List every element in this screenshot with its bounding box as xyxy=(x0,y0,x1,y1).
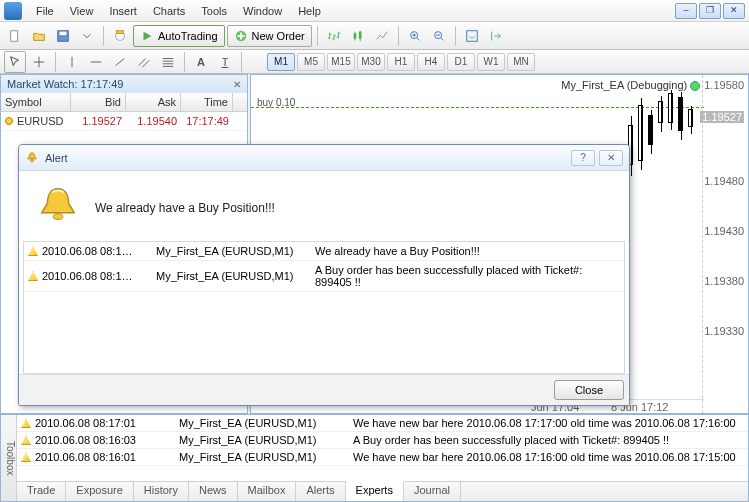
warning-icon xyxy=(21,418,31,428)
menu-view[interactable]: View xyxy=(62,2,102,20)
save-icon xyxy=(56,29,70,43)
autoscroll-button[interactable] xyxy=(461,25,483,47)
dialog-close-button[interactable]: ✕ xyxy=(599,150,623,166)
window-close-button[interactable]: ✕ xyxy=(723,3,745,19)
autotrading-button[interactable]: AutoTrading xyxy=(133,25,225,47)
crosshair-button[interactable] xyxy=(28,51,50,73)
fibo-icon xyxy=(161,55,175,69)
zoom-in-button[interactable] xyxy=(404,25,426,47)
menu-charts[interactable]: Charts xyxy=(145,2,193,20)
market-watch-close-button[interactable]: ✕ xyxy=(233,79,241,90)
main-toolbar: AutoTrading New Order xyxy=(0,22,749,50)
alert-log-list: 2010.06.08 08:1…My_First_EA (EURUSD,M1)W… xyxy=(23,241,625,374)
profile-button[interactable] xyxy=(109,25,131,47)
timeframe-m5[interactable]: M5 xyxy=(297,53,325,71)
toolbox-tab-mailbox[interactable]: Mailbox xyxy=(238,482,297,501)
profile-icon xyxy=(113,29,127,43)
timeframe-m15[interactable]: M15 xyxy=(327,53,355,71)
warning-icon xyxy=(21,435,31,445)
svg-rect-2 xyxy=(60,31,67,35)
toolbox-tab-news[interactable]: News xyxy=(189,482,238,501)
alert-message: We already have a Buy Position!!! xyxy=(95,201,275,215)
vline-button[interactable] xyxy=(61,51,83,73)
timeframe-d1[interactable]: D1 xyxy=(447,53,475,71)
fibo-button[interactable] xyxy=(157,51,179,73)
text-label-icon: T xyxy=(222,56,229,68)
new-file-button[interactable] xyxy=(4,25,26,47)
zoom-in-icon xyxy=(408,29,422,43)
line-icon xyxy=(375,29,389,43)
crosshair-icon xyxy=(32,55,46,69)
svg-rect-0 xyxy=(11,30,18,41)
symbol-icon xyxy=(5,117,13,125)
chart-toolbar: A T M1M5M15M30H1H4D1W1MN xyxy=(0,50,749,74)
market-watch-row[interactable]: EURUSD1.195271.1954017:17:49 xyxy=(1,112,247,131)
toolbox-row[interactable]: 2010.06.08 08:16:03My_First_EA (EURUSD,M… xyxy=(17,432,748,449)
channel-icon xyxy=(137,55,151,69)
toolbox-tabs: TradeExposureHistoryNewsMailboxAlertsExp… xyxy=(17,481,748,501)
warning-icon xyxy=(28,271,38,281)
text-button[interactable]: A xyxy=(190,51,212,73)
file-icon xyxy=(8,29,22,43)
new-order-button[interactable]: New Order xyxy=(227,25,312,47)
shift-end-button[interactable] xyxy=(485,25,507,47)
plus-icon xyxy=(234,29,248,43)
play-icon xyxy=(140,29,154,43)
menu-tools[interactable]: Tools xyxy=(193,2,235,20)
menu-window[interactable]: Window xyxy=(235,2,290,20)
svg-rect-11 xyxy=(466,30,477,41)
dialog-help-button[interactable]: ? xyxy=(571,150,595,166)
timeframe-h1[interactable]: H1 xyxy=(387,53,415,71)
cursor-button[interactable] xyxy=(4,51,26,73)
chart-line-button[interactable] xyxy=(371,25,393,47)
chevron-down-icon xyxy=(80,29,94,43)
alert-title: Alert xyxy=(45,152,68,164)
timeframe-m1[interactable]: M1 xyxy=(267,53,295,71)
zoom-out-button[interactable] xyxy=(428,25,450,47)
timeframe-h4[interactable]: H4 xyxy=(417,53,445,71)
channel-button[interactable] xyxy=(133,51,155,73)
dropdown-button[interactable] xyxy=(76,25,98,47)
trendline-button[interactable] xyxy=(109,51,131,73)
toolbox-row[interactable]: 2010.06.08 08:17:01My_First_EA (EURUSD,M… xyxy=(17,415,748,432)
toolbox-tab-experts[interactable]: Experts xyxy=(346,481,404,501)
menu-insert[interactable]: Insert xyxy=(101,2,145,20)
svg-point-13 xyxy=(53,214,63,220)
save-button[interactable] xyxy=(52,25,74,47)
toolbox-row[interactable]: 2010.06.08 08:16:01My_First_EA (EURUSD,M… xyxy=(17,449,748,466)
window-minimize-button[interactable]: – xyxy=(675,3,697,19)
chart-buy-label: buy 0.10 xyxy=(257,97,295,108)
candles-icon xyxy=(351,29,365,43)
timeframe-w1[interactable]: W1 xyxy=(477,53,505,71)
toolbox-tab-exposure[interactable]: Exposure xyxy=(66,482,133,501)
alert-title-bar[interactable]: Alert ? ✕ xyxy=(19,145,629,171)
vline-icon xyxy=(65,55,79,69)
toolbox-tab-alerts[interactable]: Alerts xyxy=(296,482,345,501)
toolbox-tab-history[interactable]: History xyxy=(134,482,189,501)
svg-point-12 xyxy=(31,159,34,162)
bars-icon xyxy=(327,29,341,43)
autoscroll-icon xyxy=(465,29,479,43)
hline-icon xyxy=(89,55,103,69)
chart-candles-button[interactable] xyxy=(347,25,369,47)
alert-log-row[interactable]: 2010.06.08 08:1…My_First_EA (EURUSD,M1)W… xyxy=(24,242,624,261)
toolbox-tab-journal[interactable]: Journal xyxy=(404,482,461,501)
alert-log-row[interactable]: 2010.06.08 08:1…My_First_EA (EURUSD,M1)A… xyxy=(24,261,624,292)
menu-file[interactable]: File xyxy=(28,2,62,20)
toolbox-panel: Toolbox 2010.06.08 08:17:01My_First_EA (… xyxy=(0,414,749,502)
menu-help[interactable]: Help xyxy=(290,2,329,20)
timeframe-mn[interactable]: MN xyxy=(507,53,535,71)
text-label-button[interactable]: T xyxy=(214,51,236,73)
chart-bars-button[interactable] xyxy=(323,25,345,47)
trendline-icon xyxy=(113,55,127,69)
alert-close-button[interactable]: Close xyxy=(554,380,624,400)
cursor-icon xyxy=(8,55,22,69)
text-icon: A xyxy=(197,56,205,68)
folder-icon xyxy=(32,29,46,43)
timeframe-m30[interactable]: M30 xyxy=(357,53,385,71)
window-restore-button[interactable]: ❐ xyxy=(699,3,721,19)
hline-button[interactable] xyxy=(85,51,107,73)
folder-button[interactable] xyxy=(28,25,50,47)
toolbox-label: Toolbox xyxy=(1,415,17,501)
toolbox-tab-trade[interactable]: Trade xyxy=(17,482,66,501)
